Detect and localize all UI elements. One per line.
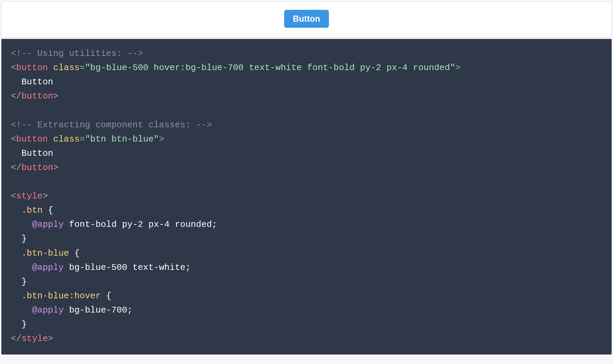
code-token: @apply: [32, 305, 64, 315]
code-token: >: [455, 63, 461, 73]
code-token: [11, 148, 21, 158]
code-token: <: [11, 63, 16, 73]
code-token: ;: [185, 262, 191, 273]
preview-panel: Button: [1, 1, 612, 38]
code-token: [11, 319, 21, 329]
code-token: [11, 305, 32, 315]
code-token: <: [11, 134, 16, 144]
code-token: [11, 77, 21, 87]
code-token: [64, 219, 69, 230]
code-token: {: [69, 248, 80, 258]
code-token: =: [80, 63, 85, 73]
code-block: <!-- Using utilities: --> <button class=…: [1, 39, 612, 355]
code-token: Button: [21, 148, 53, 158]
code-comment: <!-- Using utilities: -->: [11, 48, 143, 59]
code-token: .btn-blue:hover: [21, 291, 101, 301]
code-token: [48, 63, 53, 73]
code-token: {: [43, 205, 53, 215]
code-token: [11, 205, 21, 215]
code-token: button: [21, 91, 53, 101]
code-token: [48, 134, 53, 144]
code-token: [11, 277, 21, 287]
code-token: >: [53, 163, 59, 173]
code-token: Button: [21, 77, 53, 87]
code-token: ;: [212, 219, 217, 230]
code-token: "bg-blue-500 hover:bg-blue-700 text-whit…: [85, 63, 455, 73]
code-token: @apply: [32, 262, 64, 273]
code-token: =: [80, 134, 85, 144]
code-token: ;: [127, 305, 133, 315]
code-token: [64, 262, 69, 273]
code-token: >: [53, 91, 59, 101]
code-token: </: [11, 163, 21, 173]
code-token: }: [21, 319, 27, 329]
code-token: >: [43, 191, 48, 201]
code-token: button: [21, 163, 53, 173]
code-token: [11, 262, 32, 273]
code-token: }: [21, 277, 27, 287]
code-token: "btn btn-blue": [85, 134, 159, 144]
code-token: {: [101, 291, 111, 301]
code-token: <: [11, 191, 16, 201]
code-token: .btn-blue: [21, 248, 69, 258]
code-token: class: [53, 134, 80, 144]
code-token: font-bold py-2 px-4 rounded: [69, 219, 212, 230]
code-token: button: [16, 63, 48, 73]
code-token: .btn: [21, 205, 42, 215]
code-comment: <!-- Extracting component classes: -->: [11, 120, 212, 130]
code-token: [11, 234, 21, 244]
code-token: class: [53, 63, 80, 73]
code-token: [11, 248, 21, 258]
demo-button[interactable]: Button: [284, 10, 329, 28]
code-token: >: [159, 134, 164, 144]
code-token: >: [48, 334, 53, 344]
code-token: style: [21, 334, 48, 344]
code-token: bg-blue-500 text-white: [69, 262, 185, 273]
code-token: }: [21, 234, 27, 244]
code-token: bg-blue-700: [69, 305, 127, 315]
code-token: [64, 305, 69, 315]
code-token: </: [11, 91, 21, 101]
code-token: </: [11, 334, 21, 344]
code-token: button: [16, 134, 48, 144]
code-token: @apply: [32, 219, 64, 230]
code-token: [11, 219, 32, 230]
code-token: [11, 291, 21, 301]
code-token: style: [16, 191, 43, 201]
